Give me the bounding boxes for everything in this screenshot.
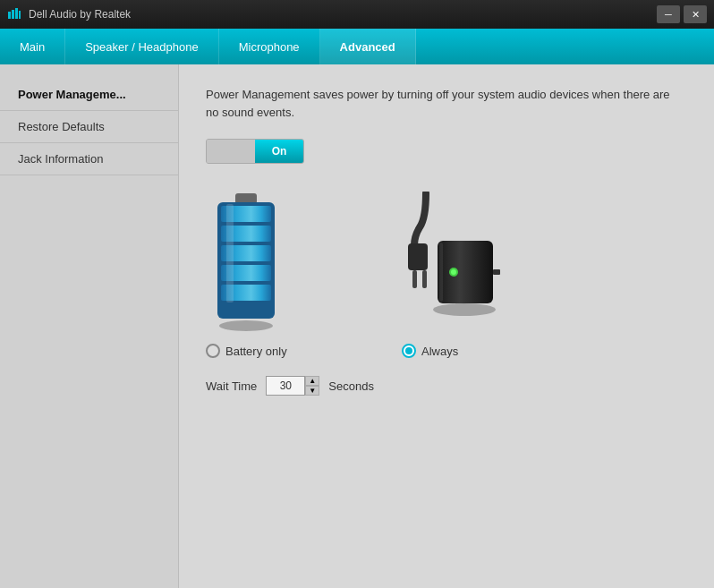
- titlebar-controls: ─ ✕: [657, 5, 707, 23]
- close-button[interactable]: ✕: [684, 5, 707, 23]
- titlebar: Dell Audio by Realtek ─ ✕: [0, 0, 714, 29]
- toggle-on-part: On: [255, 140, 303, 163]
- description-text: Power Management saves power by turning …: [206, 86, 671, 121]
- minimize-button[interactable]: ─: [657, 5, 680, 23]
- svg-rect-19: [493, 269, 500, 275]
- svg-point-21: [433, 303, 496, 316]
- svg-point-18: [451, 269, 456, 275]
- app-icon: [7, 7, 21, 21]
- battery-only-radio-circle: [206, 344, 220, 358]
- svg-rect-1: [12, 10, 14, 19]
- tab-microphone[interactable]: Microphone: [219, 29, 320, 64]
- tab-speaker[interactable]: Speaker / Headphone: [65, 29, 218, 64]
- wait-time-input[interactable]: 30: [266, 376, 305, 396]
- power-container: Always: [359, 192, 502, 358]
- always-label: Always: [421, 345, 458, 358]
- wait-time-label: Wait Time: [206, 379, 257, 393]
- app-title: Dell Audio by Realtek: [29, 8, 131, 21]
- svg-rect-14: [412, 270, 417, 288]
- titlebar-left: Dell Audio by Realtek: [7, 7, 131, 21]
- navbar: Main Speaker / Headphone Microphone Adva…: [0, 29, 714, 64]
- svg-rect-11: [226, 204, 234, 303]
- power-adapter-icon: [359, 192, 502, 335]
- battery-only-radio[interactable]: Battery only: [206, 344, 287, 358]
- wait-time-unit: Seconds: [328, 379, 374, 393]
- svg-point-12: [219, 320, 273, 331]
- power-toggle[interactable]: On: [206, 139, 304, 164]
- svg-rect-20: [439, 243, 443, 302]
- toggle-container: On: [206, 139, 687, 166]
- svg-rect-16: [438, 241, 493, 303]
- battery-icon: [210, 192, 282, 335]
- svg-rect-3: [19, 11, 21, 19]
- always-radio[interactable]: Always: [402, 344, 458, 358]
- svg-rect-13: [408, 243, 428, 270]
- sidebar-item-jack-information[interactable]: Jack Information: [0, 143, 178, 175]
- tab-advanced[interactable]: Advanced: [320, 29, 416, 64]
- content-area: Power Manageme... Restore Defaults Jack …: [0, 64, 714, 588]
- wait-time-value: 30: [280, 379, 292, 392]
- spinner-down-button[interactable]: ▼: [305, 386, 319, 396]
- svg-rect-15: [422, 270, 427, 288]
- icons-row: Battery only: [206, 192, 687, 358]
- svg-rect-0: [8, 12, 11, 19]
- svg-rect-2: [15, 8, 18, 19]
- sidebar: Power Manageme... Restore Defaults Jack …: [0, 64, 179, 588]
- always-radio-circle: [402, 344, 416, 358]
- main-panel: Power Management saves power by turning …: [179, 64, 714, 588]
- tab-main[interactable]: Main: [0, 29, 65, 64]
- sidebar-item-power-management[interactable]: Power Manageme...: [0, 79, 178, 111]
- battery-only-label: Battery only: [225, 345, 287, 358]
- spinner-up-button[interactable]: ▲: [305, 376, 319, 386]
- wait-row: Wait Time 30 ▲ ▼ Seconds: [206, 376, 687, 396]
- wait-time-spinner: ▲ ▼: [305, 376, 319, 396]
- sidebar-item-restore-defaults[interactable]: Restore Defaults: [0, 111, 178, 143]
- battery-container: Battery only: [206, 192, 287, 358]
- toggle-off-part: [207, 140, 255, 163]
